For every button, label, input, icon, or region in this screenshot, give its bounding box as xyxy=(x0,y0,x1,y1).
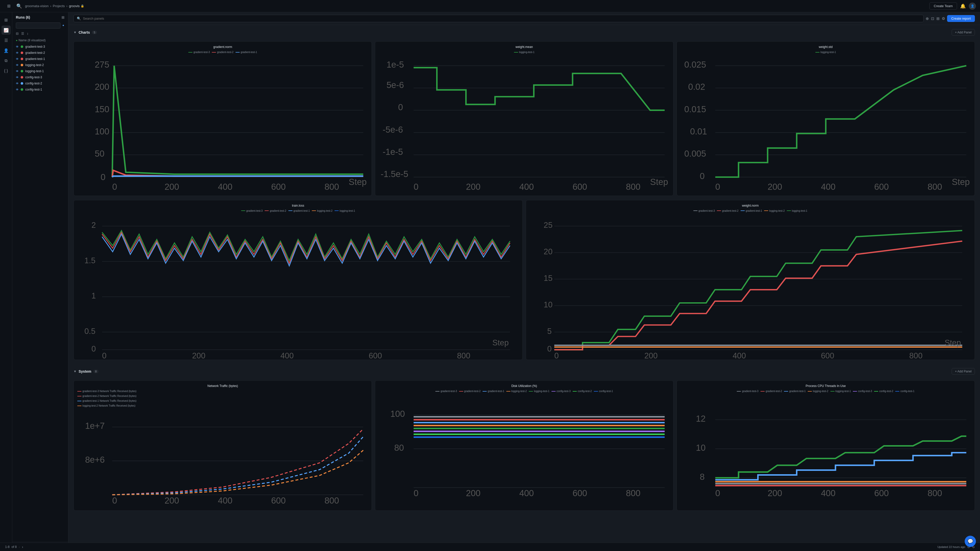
svg-text:400: 400 xyxy=(821,489,835,498)
chart-weight-mean: weight.mean logging-test-1 1e-5 5e-6 0 -… xyxy=(375,41,673,196)
breadcrumb-org[interactable]: groomata-vision xyxy=(25,4,49,8)
chart-legend: gradient-test-3 Network Traffic Received… xyxy=(77,390,368,407)
run-eye-icon: 👁 xyxy=(16,88,19,91)
content-toolbar: 🔍 ⊕ ⊡ ⊞ ⚙ Create report xyxy=(68,12,980,25)
system-section-title: System xyxy=(79,369,91,373)
run-list-item[interactable]: 👁 logging-test-1 xyxy=(12,68,68,74)
toolbar-icon-2[interactable]: ⊡ xyxy=(931,16,934,21)
run-list-item[interactable]: 👁 gradient-test-3 xyxy=(12,44,68,50)
create-team-button[interactable]: Create Team xyxy=(929,2,957,10)
run-list-item[interactable]: 👁 gradient-test-1 xyxy=(12,56,68,62)
chat-button[interactable]: 💬 xyxy=(965,536,976,547)
legend-item: gradient-test-1 xyxy=(483,390,504,392)
svg-text:200: 200 xyxy=(466,489,480,498)
search-icon-toolbar: 🔍 xyxy=(77,17,81,21)
svg-text:1: 1 xyxy=(91,291,96,300)
system-add-panel-button[interactable]: + Add Panel xyxy=(952,368,975,375)
chart-legend: logging-test-1 xyxy=(680,51,971,54)
svg-text:800: 800 xyxy=(626,489,641,498)
page-of: of 8 xyxy=(11,545,17,549)
svg-text:1.5: 1.5 xyxy=(84,256,95,265)
system-section-header: ▼ System 8 + Add Panel xyxy=(73,368,975,375)
toolbar-icon-settings[interactable]: ⚙ xyxy=(942,16,945,21)
run-search-add-btn[interactable]: ✦ xyxy=(62,24,65,27)
search-icon[interactable]: 🔍 xyxy=(16,3,22,9)
create-report-button[interactable]: Create report xyxy=(947,15,975,22)
system-collapse-button[interactable]: ▼ xyxy=(73,370,76,373)
name-header: ● Name (8 visualized) xyxy=(12,38,68,44)
legend-item: logging-test-1 xyxy=(830,390,851,392)
run-name: gradient-test-3 xyxy=(25,45,45,48)
legend-item: gradient-test-3 xyxy=(435,390,457,392)
svg-text:200: 200 xyxy=(192,351,205,360)
svg-text:600: 600 xyxy=(874,182,889,192)
run-list-item[interactable]: 👁 config-test-2 xyxy=(12,80,68,86)
charts-collapse-button[interactable]: ▼ xyxy=(73,30,76,34)
filter-button[interactable]: ⊟ xyxy=(16,32,19,35)
sidebar-icon-home[interactable]: ⊞ xyxy=(2,15,11,24)
chart-svg: 12 10 8 0 200 400 600 800 xyxy=(680,395,971,507)
run-list-item[interactable]: 👁 config-test-3 xyxy=(12,74,68,80)
svg-text:0: 0 xyxy=(554,351,558,360)
panel-header: Runs (6) ⊞ xyxy=(12,12,68,21)
svg-text:800: 800 xyxy=(626,182,641,192)
next-page-button[interactable]: › xyxy=(22,545,23,549)
sidebar-icon-code[interactable]: { } xyxy=(2,66,11,76)
panel-grid-icon[interactable]: ⊞ xyxy=(62,15,65,19)
run-name: config-test-3 xyxy=(25,76,42,79)
svg-text:0.02: 0.02 xyxy=(688,82,705,92)
svg-text:600: 600 xyxy=(573,489,587,498)
run-list-item[interactable]: 👁 gradient-test-2 xyxy=(12,50,68,56)
search-panels-input[interactable] xyxy=(83,17,920,21)
notification-icon[interactable]: 🔔 xyxy=(960,3,966,9)
charts-add-panel-button[interactable]: + Add Panel xyxy=(952,29,975,36)
chart-gradient-norm: gradient.norm gradient-test-3 gradient-t… xyxy=(73,41,372,196)
svg-text:1e-5: 1e-5 xyxy=(387,60,404,69)
system-charts-grid: Network Traffic (bytes) gradient-test-3 … xyxy=(68,380,980,526)
svg-text:80: 80 xyxy=(394,443,404,453)
run-list-item[interactable]: 👁 logging-test-2 xyxy=(12,62,68,68)
svg-text:800: 800 xyxy=(909,351,923,360)
legend-item: logging-test-2 xyxy=(808,390,829,392)
prev-page-button[interactable]: ‹ xyxy=(19,545,20,549)
charts-section: ▼ Charts 5 + Add Panel xyxy=(68,25,980,41)
run-eye-icon: 👁 xyxy=(16,82,19,85)
section-left: ▼ System 8 xyxy=(73,369,99,373)
main-content: 🔍 ⊕ ⊡ ⊞ ⚙ Create report ▼ Charts 5 + Add… xyxy=(68,12,980,551)
grid-icon[interactable]: ⊞ xyxy=(4,2,13,11)
charts-grid-row2: train.loss gradient-test-3 gradient-test… xyxy=(68,200,980,364)
sidebar-icon-person[interactable]: 👤 xyxy=(2,46,11,55)
panel-search: 🔍 xyxy=(73,15,924,22)
sort-button[interactable]: ↕ xyxy=(27,32,29,35)
legend-item: logging-test-1 xyxy=(514,51,535,54)
svg-text:800: 800 xyxy=(928,182,942,192)
lock-icon: 🔒 xyxy=(81,4,84,8)
svg-text:Step: Step xyxy=(952,177,969,187)
top-nav: ⊞ 🔍 groomata-vision › Projects › groovis… xyxy=(0,0,980,12)
svg-text:15: 15 xyxy=(544,274,552,283)
sidebar-icon-layers[interactable]: ⧉ xyxy=(2,56,11,65)
chart-title: weight.norm xyxy=(530,204,971,207)
chart-network-traffic: Network Traffic (bytes) gradient-test-3 … xyxy=(73,380,372,511)
breadcrumb-current: groovis 🔒 xyxy=(69,4,84,8)
run-search-input[interactable] xyxy=(16,22,60,29)
svg-text:100: 100 xyxy=(95,127,109,136)
breadcrumb-projects[interactable]: Projects xyxy=(53,4,65,8)
table-view-button[interactable]: ☰ xyxy=(21,32,24,35)
toolbar-icon-1[interactable]: ⊕ xyxy=(926,16,929,21)
svg-text:5e-6: 5e-6 xyxy=(387,80,404,90)
chart-title: Disk Utilization (%) xyxy=(379,384,670,388)
toolbar-icon-3[interactable]: ⊞ xyxy=(936,16,940,21)
svg-text:25: 25 xyxy=(544,221,552,230)
run-list-item[interactable]: 👁 config-test-1 xyxy=(12,86,68,93)
svg-text:600: 600 xyxy=(271,182,286,192)
chart-area: 2 1.5 1 0.5 0 0 200 400 600 xyxy=(77,214,519,356)
svg-text:Step: Step xyxy=(348,177,366,187)
legend-item: gradient-test-1 xyxy=(235,51,257,54)
svg-text:275: 275 xyxy=(95,60,109,69)
sidebar-icon-table[interactable]: ☰ xyxy=(2,36,11,45)
chart-area: 275 200 150 100 50 0 0 xyxy=(77,56,368,192)
run-color-dot xyxy=(21,45,23,48)
avatar-icon[interactable]: 👤 xyxy=(969,3,976,10)
sidebar-icon-chart[interactable]: 📈 xyxy=(2,25,11,35)
